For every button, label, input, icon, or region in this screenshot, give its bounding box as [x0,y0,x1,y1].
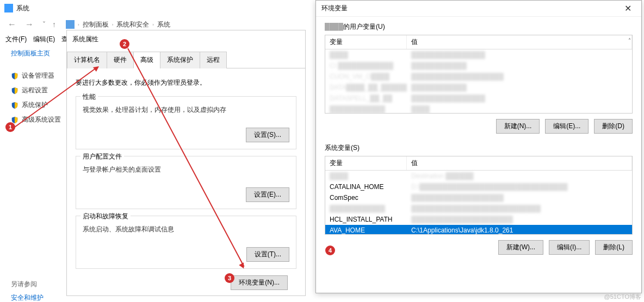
environment-variables-button[interactable]: 环境变量(N)... [231,275,288,290]
breadcrumb: › 控制面板 › 系统和安全 › 系统 [66,20,170,29]
table-row[interactable]: CI ████████████████████████ [325,60,632,71]
nav-back-icon[interactable]: ← [5,20,18,29]
table-row[interactable]: AVA_HOMEC:\1Applications\Java\jdk1.8.0_2… [325,225,632,235]
also-see-link[interactable]: 安全和维护 [11,293,44,302]
var-name: ComSpec [325,193,407,202]
var-value: C:\1Applications\Java\jdk1.8.0_261 [407,226,632,235]
table-row[interactable]: CUON_VM_O████████████████████████ [325,71,632,82]
crumb-item[interactable]: 系统 [157,20,170,29]
admin-warning: 要进行大多数更改，你必须作为管理员登录。 [76,78,296,87]
group-title: 用户配置文件 [81,152,124,161]
table-row[interactable]: CATALINA_HOMED:\████████████████████████… [325,181,632,192]
var-value: ████████████████████████████ [407,204,632,213]
var-value: ████████████████ [407,94,632,103]
col-variable[interactable]: 变量 [325,156,407,170]
performance-settings-button[interactable]: 设置(S)... [246,128,289,142]
window-title: 系统 [16,4,29,13]
var-value: Destination ██████ [407,172,632,180]
table-row[interactable]: ████████████████████ [325,49,632,60]
var-name: ████████████ [325,204,407,213]
system-vars-list[interactable]: 变量 值 ████Destination ██████CATALINA_HOME… [325,156,633,235]
user-profiles-group: 用户配置文件 与登录帐户相关的桌面设置 设置(E)... [76,156,296,209]
var-value: D:\████████████████████████████████ [407,183,632,191]
user-vars-list[interactable]: ˄ 变量 值 ████████████████████CI ██████████… [325,35,633,114]
delete-user-var-button[interactable]: 删除(D) [594,119,633,134]
table-row[interactable]: ████████████████ [325,104,632,114]
nav-up-icon[interactable]: ↑ [52,20,56,29]
edit-sys-var-button[interactable]: 编辑(I)... [549,240,590,255]
table-row[interactable]: DATASPELL_██_██████████████████ [325,93,632,104]
group-title: 性能 [81,92,98,102]
tab-remote[interactable]: 远程 [200,52,227,68]
shield-icon [11,102,18,109]
also-see-section: 另请参阅 安全和维护 [11,280,44,302]
annotation-marker-3: 3 [225,273,234,283]
var-name: DATASPELL_██_██ [325,94,407,103]
performance-group: 性能 视觉效果，处理器计划，内存使用，以及虚拟内存 设置(S)... [76,96,296,149]
group-title: 启动和故障恢复 [81,212,131,221]
shield-icon [11,72,18,80]
new-sys-var-button[interactable]: 新建(W)... [498,240,543,255]
var-name: ████ [325,172,407,180]
var-value: ████████████ [407,83,632,92]
system-icon [4,4,13,12]
new-user-var-button[interactable]: 新建(N)... [496,119,540,134]
col-value[interactable]: 值 [407,35,632,49]
scroll-up-icon[interactable]: ˄ [628,37,631,43]
sidebar: 控制面板主页 设备管理器 远程设置 系统保护 高级系统设置 [0,49,63,130]
startup-recovery-group: 启动和故障恢复 系统启动、系统故障和调试信息 设置(T)... [76,216,296,269]
dialog-title: 环境变量 [321,4,348,13]
watermark: @51CTO博客 [604,293,641,301]
tab-strip: 计算机名 硬件 高级 系统保护 远程 [67,51,305,68]
group-desc: 与登录帐户相关的桌面设置 [83,165,289,174]
col-value[interactable]: 值 [407,156,632,170]
var-value: ████████████████████ [407,72,632,81]
edit-user-var-button[interactable]: 编辑(E)... [545,119,589,134]
tab-hardware[interactable]: 硬件 [107,52,134,68]
annotation-marker-1: 1 [5,122,15,132]
var-value: ████████████████ [407,51,632,59]
table-row[interactable]: ████████████████████████████████████████ [325,203,632,214]
var-value: ████████████ [407,61,632,70]
close-icon[interactable]: ✕ [620,3,636,14]
menu-edit[interactable]: 编辑(E) [33,35,55,44]
user-vars-title: ████的用户变量(U) [325,22,633,32]
group-desc: 系统启动、系统故障和调试信息 [83,225,289,234]
tab-computer-name[interactable]: 计算机名 [67,52,107,68]
sidebar-home[interactable]: 控制面板主页 [11,49,63,58]
crumb-item[interactable]: 控制面板 [83,20,109,29]
chevron-right-icon: › [152,22,154,27]
environment-variables-dialog: 环境变量 ✕ ████的用户变量(U) ˄ 变量 值 █████████████… [315,0,642,293]
menu-file[interactable]: 文件(F) [5,35,27,44]
var-name: CUON_VM_O████ [325,72,407,81]
table-row[interactable]: DATA████_██_██████████████████ [325,82,632,93]
nav-forward-icon[interactable]: → [23,20,36,29]
col-variable[interactable]: 变量 [325,35,407,49]
chevron-right-icon: › [78,22,79,27]
sidebar-item-protection[interactable]: 系统保护 [11,100,63,110]
table-row[interactable]: HCL_INSTALL_PATH██████████████████████ [325,214,632,225]
title-bar: 系统 [0,0,318,16]
user-button-row: 新建(N)... 编辑(E)... 删除(D) [325,119,633,134]
crumb-item[interactable]: 系统和安全 [116,20,149,29]
annotation-marker-4: 4 [325,246,335,255]
var-value: ██████████████████████ [407,215,632,224]
annotation-marker-2: 2 [120,39,129,49]
nav-dropdown-icon[interactable]: ˅ [40,21,48,28]
sidebar-item-remote[interactable]: 远程设置 [11,86,63,95]
var-name: CATALINA_HOME [325,183,407,191]
sidebar-item-device-manager[interactable]: 设备管理器 [11,71,63,80]
profiles-settings-button[interactable]: 设置(E)... [246,187,289,202]
var-name: AVA_HOME [325,226,407,235]
list-header: 变量 值 [325,156,632,171]
shield-icon [11,87,18,95]
tab-system-protection[interactable]: 系统保护 [160,52,200,68]
list-header: 变量 值 [325,35,632,49]
sys-button-row: 新建(W)... 编辑(I)... 删除(L) [325,240,633,255]
var-name: ████ [325,51,407,59]
table-row[interactable]: ████Destination ██████ [325,171,632,181]
delete-sys-var-button[interactable]: 删除(L) [595,240,633,255]
var-name: CI ████████████ [325,61,407,70]
table-row[interactable]: ComSpec████████████████████ [325,192,632,203]
startup-settings-button[interactable]: 设置(T)... [246,247,289,262]
